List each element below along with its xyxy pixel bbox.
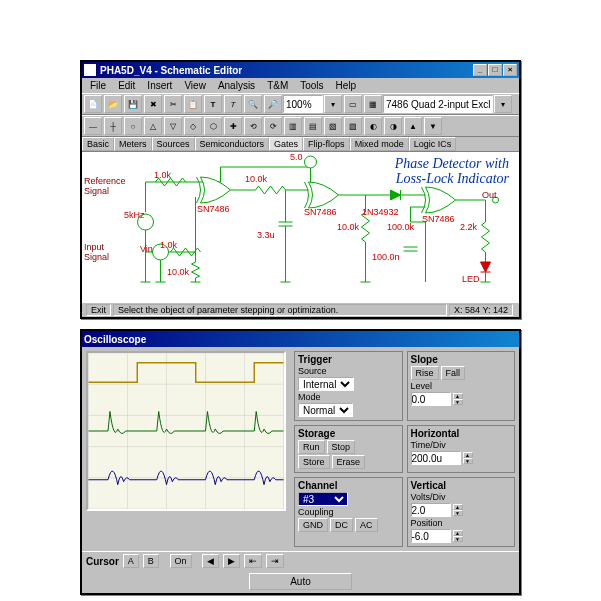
menu-insert[interactable]: Insert bbox=[141, 79, 178, 92]
cursor-bar: Cursor A B On ◀ ▶ ⇤ ⇥ bbox=[82, 551, 519, 570]
schematic-canvas[interactable]: Phase Detector with Loss-Lock Indicator … bbox=[82, 152, 519, 302]
tool-a-icon[interactable]: — bbox=[84, 117, 102, 135]
component-dropdown-icon[interactable]: ▾ bbox=[494, 95, 512, 113]
schematic-window: PHA5D_V4 - Schematic Editor _ □ × File E… bbox=[80, 60, 521, 319]
tab-sources[interactable]: Sources bbox=[152, 137, 195, 151]
cursor-b-button[interactable]: B bbox=[143, 554, 159, 568]
slope-fall-button[interactable]: Fall bbox=[441, 366, 466, 380]
menu-analysis[interactable]: Analysis bbox=[212, 79, 261, 92]
tool-g-icon[interactable]: ⬡ bbox=[204, 117, 222, 135]
store-button[interactable]: Store bbox=[298, 455, 330, 469]
open-icon[interactable]: 📂 bbox=[104, 95, 122, 113]
schematic-titlebar: PHA5D_V4 - Schematic Editor _ □ × bbox=[82, 62, 519, 78]
svg-point-43 bbox=[305, 156, 317, 168]
coupling-dc-button[interactable]: DC bbox=[330, 518, 353, 532]
tool-l-icon[interactable]: ▤ bbox=[304, 117, 322, 135]
zoom-in-icon[interactable]: 🔍 bbox=[244, 95, 262, 113]
save-icon[interactable]: 💾 bbox=[124, 95, 142, 113]
level-down-icon[interactable]: ▼ bbox=[453, 399, 463, 405]
zoom-out-icon[interactable]: 🔎 bbox=[264, 95, 282, 113]
tool-h-icon[interactable]: ✚ bbox=[224, 117, 242, 135]
input-signal-label: Input Signal bbox=[84, 242, 109, 262]
grid-icon[interactable]: ▦ bbox=[364, 95, 382, 113]
vertical-group: Vertical Volts/Div ▲▼ Position ▲▼ bbox=[407, 477, 516, 547]
c3-label: 100.0n bbox=[372, 252, 400, 262]
tool-i-icon[interactable]: ⟲ bbox=[244, 117, 262, 135]
run-button[interactable]: Run bbox=[298, 440, 325, 454]
oscilloscope-titlebar: Oscilloscope bbox=[82, 331, 519, 347]
vdiv-input[interactable] bbox=[411, 503, 451, 517]
tab-gates[interactable]: Gates bbox=[269, 137, 303, 151]
led-label: LED bbox=[462, 274, 480, 284]
tool-r-icon[interactable]: ▼ bbox=[424, 117, 442, 135]
slope-rise-button[interactable]: Rise bbox=[411, 366, 439, 380]
select-icon[interactable]: ▭ bbox=[344, 95, 362, 113]
pos-down-icon[interactable]: ▼ bbox=[453, 536, 463, 542]
component-select[interactable] bbox=[383, 95, 493, 113]
tool-b-icon[interactable]: ┼ bbox=[104, 117, 122, 135]
coupling-gnd-button[interactable]: GND bbox=[298, 518, 328, 532]
italic-icon[interactable]: T bbox=[224, 95, 242, 113]
auto-button[interactable]: Auto bbox=[249, 573, 352, 590]
level-input[interactable] bbox=[411, 392, 451, 406]
menu-tools[interactable]: Tools bbox=[294, 79, 329, 92]
menu-file[interactable]: File bbox=[84, 79, 112, 92]
menu-edit[interactable]: Edit bbox=[112, 79, 141, 92]
tool-n-icon[interactable]: ▨ bbox=[344, 117, 362, 135]
oscilloscope-display[interactable] bbox=[86, 351, 286, 511]
c2-label: 3.3u bbox=[257, 230, 275, 240]
second-toolbar: — ┼ ○ △ ▽ ◇ ⬡ ✚ ⟲ ⟳ ▥ ▤ ▧ ▨ ◐ ◑ ▲ ▼ bbox=[82, 115, 519, 137]
trigger-source-select[interactable]: Internal bbox=[298, 377, 354, 391]
minimize-button[interactable]: _ bbox=[473, 64, 487, 76]
tool-k-icon[interactable]: ▥ bbox=[284, 117, 302, 135]
trigger-mode-select[interactable]: Normal bbox=[298, 403, 353, 417]
menu-help[interactable]: Help bbox=[330, 79, 363, 92]
vdiv-down-icon[interactable]: ▼ bbox=[453, 510, 463, 516]
tool-j-icon[interactable]: ⟳ bbox=[264, 117, 282, 135]
r1-label: 1.0k bbox=[154, 170, 171, 180]
position-input[interactable] bbox=[411, 529, 451, 543]
tool-q-icon[interactable]: ▲ bbox=[404, 117, 422, 135]
trigger-group: Trigger Source Internal Mode Normal bbox=[294, 351, 403, 421]
menu-view[interactable]: View bbox=[178, 79, 212, 92]
cursor-contract-icon[interactable]: ⇥ bbox=[266, 554, 284, 568]
tool-c-icon[interactable]: ○ bbox=[124, 117, 142, 135]
tool-m-icon[interactable]: ▧ bbox=[324, 117, 342, 135]
bold-icon[interactable]: T bbox=[204, 95, 222, 113]
cursor-right-icon[interactable]: ▶ bbox=[223, 554, 240, 568]
maximize-button[interactable]: □ bbox=[488, 64, 502, 76]
tab-logicics[interactable]: Logic ICs bbox=[409, 137, 457, 151]
close-button[interactable]: × bbox=[503, 64, 517, 76]
close-file-icon[interactable]: ✖ bbox=[144, 95, 162, 113]
r4-label: 10.0k bbox=[167, 267, 189, 277]
stop-button[interactable]: Stop bbox=[327, 440, 356, 454]
tab-basic[interactable]: Basic bbox=[82, 137, 114, 151]
cut-icon[interactable]: ✂ bbox=[164, 95, 182, 113]
coupling-ac-button[interactable]: AC bbox=[355, 518, 378, 532]
tool-e-icon[interactable]: ▽ bbox=[164, 117, 182, 135]
menu-tm[interactable]: T&M bbox=[261, 79, 294, 92]
tab-semiconductors[interactable]: Semiconductors bbox=[195, 137, 270, 151]
tool-f-icon[interactable]: ◇ bbox=[184, 117, 202, 135]
erase-button[interactable]: Erase bbox=[332, 455, 366, 469]
copy-icon[interactable]: 📋 bbox=[184, 95, 202, 113]
zoom-dropdown-icon[interactable]: ▾ bbox=[324, 95, 342, 113]
new-icon[interactable]: 📄 bbox=[84, 95, 102, 113]
cursor-expand-icon[interactable]: ⇤ bbox=[244, 554, 262, 568]
timediv-down-icon[interactable]: ▼ bbox=[463, 458, 473, 464]
u3-label: SN7486 bbox=[422, 214, 455, 224]
tab-mixedmode[interactable]: Mixed mode bbox=[350, 137, 409, 151]
tool-o-icon[interactable]: ◐ bbox=[364, 117, 382, 135]
cursor-on-button[interactable]: On bbox=[170, 554, 192, 568]
cursor-left-icon[interactable]: ◀ bbox=[202, 554, 219, 568]
tool-d-icon[interactable]: △ bbox=[144, 117, 162, 135]
tool-p-icon[interactable]: ◑ bbox=[384, 117, 402, 135]
channel-select[interactable]: #3 bbox=[298, 492, 348, 506]
timediv-input[interactable] bbox=[411, 451, 461, 465]
v1-label: 5.0 bbox=[290, 152, 303, 162]
horizontal-group: Horizontal Time/Div ▲▼ bbox=[407, 425, 516, 473]
cursor-a-button[interactable]: A bbox=[123, 554, 139, 568]
zoom-input[interactable] bbox=[283, 95, 323, 113]
tab-flipflops[interactable]: Flip-flops bbox=[303, 137, 350, 151]
tab-meters[interactable]: Meters bbox=[114, 137, 152, 151]
